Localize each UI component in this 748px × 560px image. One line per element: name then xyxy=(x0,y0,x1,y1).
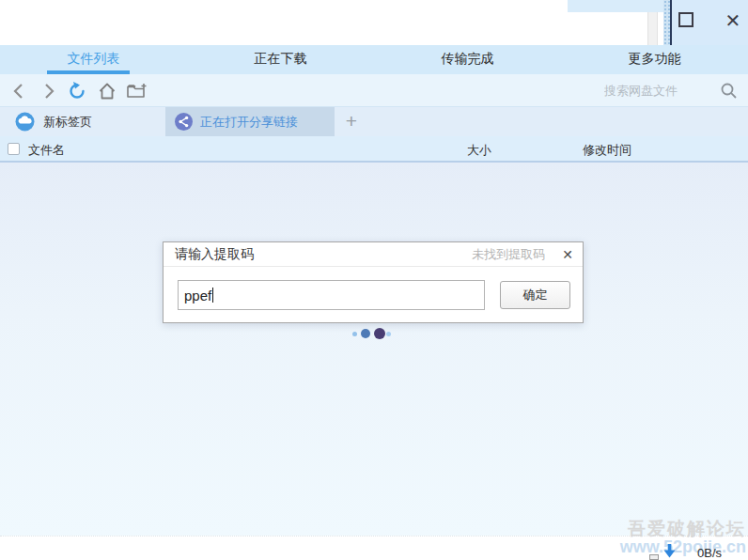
watermark-site-url: www.52pojie.cn xyxy=(620,537,746,557)
dialog-status-text: 未找到提取码 xyxy=(472,246,545,263)
background-scrollbar-track xyxy=(647,12,658,45)
select-all-checkbox[interactable] xyxy=(8,143,20,155)
dialog-body: ppef 确定 xyxy=(164,267,583,323)
download-speed-icon xyxy=(663,544,676,558)
refresh-icon[interactable] xyxy=(68,82,86,101)
search-icon[interactable] xyxy=(720,82,738,100)
share-icon xyxy=(175,113,193,131)
forward-icon[interactable] xyxy=(39,82,58,101)
extraction-code-input[interactable]: ppef xyxy=(178,280,485,310)
tab-downloading[interactable]: 正在下载 xyxy=(187,45,374,74)
file-table-header: 文件名 大小 修改时间 xyxy=(0,136,748,163)
extraction-code-dialog: 请输入提取码 未找到提取码 ✕ ppef 确定 xyxy=(163,241,584,323)
close-icon[interactable]: ✕ xyxy=(722,8,744,34)
dialog-title: 请输入提取码 xyxy=(175,246,254,263)
back-icon[interactable] xyxy=(9,82,28,101)
extraction-code-value: ppef xyxy=(184,288,211,303)
loading-dot xyxy=(352,332,357,336)
app-window: { "window": { "close_glyph": "✕" }, "mai… xyxy=(0,0,748,560)
text-caret xyxy=(212,288,213,303)
partial-tray-box xyxy=(649,554,659,560)
column-header-modified-time[interactable]: 修改时间 xyxy=(583,142,631,159)
tab-opening-share-link[interactable]: 正在打开分享链接 xyxy=(165,107,335,136)
titlebar-controls-panel: ✕ xyxy=(672,0,748,45)
loading-dot xyxy=(374,328,385,339)
background-scrollbar-thumb xyxy=(663,0,672,45)
download-speed-value: 0B/s xyxy=(697,546,722,560)
maximize-icon[interactable] xyxy=(678,12,693,27)
titlebar: ✕ xyxy=(0,0,748,45)
tab-transfer-complete[interactable]: 传输完成 xyxy=(374,45,561,74)
tab-opening-share-link-label: 正在打开分享链接 xyxy=(200,114,298,131)
page-tab-strip: 新标签页 正在打开分享链接 + xyxy=(0,107,748,136)
toolbar xyxy=(0,74,748,107)
add-tab-button[interactable]: + xyxy=(340,109,363,133)
loading-dot xyxy=(386,332,391,336)
dialog-header: 请输入提取码 未找到提取码 ✕ xyxy=(164,242,583,267)
tab-new-page-label: 新标签页 xyxy=(43,114,92,131)
dialog-close-icon[interactable]: ✕ xyxy=(562,247,573,262)
loading-dot xyxy=(361,329,370,338)
home-icon[interactable] xyxy=(98,82,117,101)
file-list-area xyxy=(0,163,748,536)
new-folder-icon[interactable] xyxy=(126,82,148,101)
tab-new-page[interactable]: 新标签页 xyxy=(0,107,165,136)
cloud-icon xyxy=(15,112,35,132)
confirm-button[interactable]: 确定 xyxy=(500,281,570,309)
column-header-size[interactable]: 大小 xyxy=(467,142,491,159)
search-input[interactable] xyxy=(604,80,715,101)
column-header-filename[interactable]: 文件名 xyxy=(28,142,65,159)
tab-more-features[interactable]: 更多功能 xyxy=(561,45,748,74)
